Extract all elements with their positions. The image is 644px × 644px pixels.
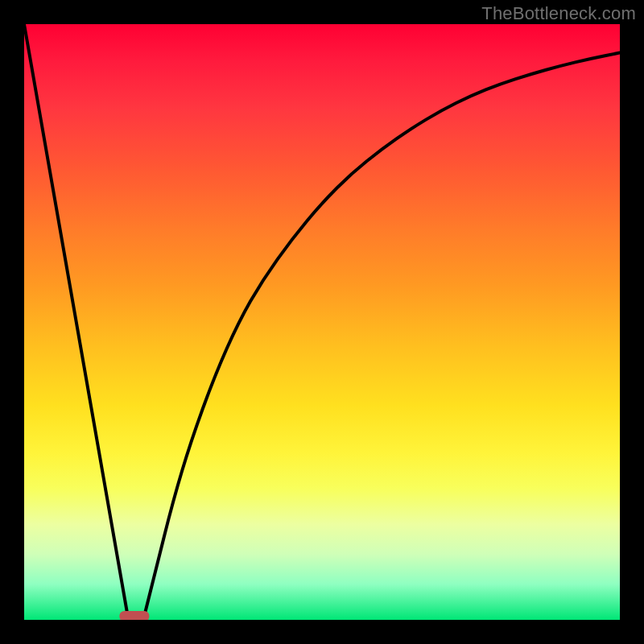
bottleneck-marker xyxy=(119,611,149,620)
chart-frame: TheBottleneck.com xyxy=(0,0,644,644)
left-branch-curve xyxy=(24,24,129,620)
watermark-text: TheBottleneck.com xyxy=(481,3,636,24)
plot-svg xyxy=(24,24,620,620)
right-branch-curve xyxy=(143,53,620,620)
plot-area xyxy=(24,24,620,620)
